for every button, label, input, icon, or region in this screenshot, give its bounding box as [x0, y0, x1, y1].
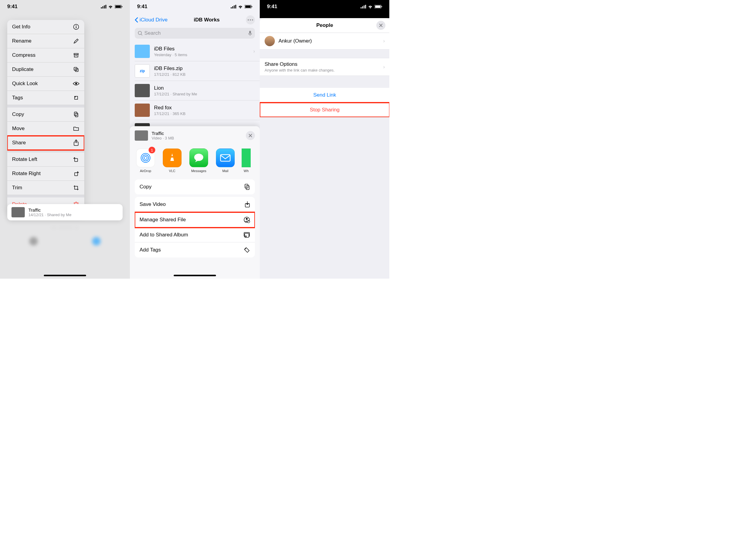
action-add-shared-album[interactable]: Add to Shared Album [135, 228, 255, 243]
mail-icon [216, 149, 235, 167]
action-label: Save Video [140, 201, 166, 208]
svg-rect-3 [105, 5, 106, 8]
back-button[interactable]: iCloud Drive [135, 17, 168, 23]
menu-copy[interactable]: Copy [7, 108, 84, 122]
app-airdrop[interactable]: 1 AirDrop [135, 149, 156, 173]
svg-point-39 [252, 19, 253, 21]
file-row-folder[interactable]: iDB FilesYesterday · 5 items › [135, 42, 260, 61]
app-whatsapp[interactable]: Wh [242, 149, 251, 173]
app-label: Wh [244, 169, 249, 173]
file-row[interactable]: Red fox17/12/21 · 365 KB [135, 101, 260, 120]
app-mail[interactable]: Mail [215, 149, 236, 173]
send-link-button[interactable]: Send Link [260, 88, 389, 103]
messages-icon [189, 149, 208, 167]
action-copy[interactable]: Copy [135, 179, 255, 195]
album-icon [244, 232, 250, 238]
menu-trim[interactable]: Trim [7, 181, 84, 195]
people-icon [244, 217, 250, 223]
file-thumbnail [11, 207, 25, 217]
svg-rect-30 [231, 7, 232, 8]
svg-rect-24 [75, 173, 78, 176]
menu-quick-look[interactable]: Quick Look [7, 77, 84, 91]
menu-rename[interactable]: Rename [7, 34, 84, 48]
action-manage-shared[interactable]: Manage Shared File [135, 212, 255, 228]
menu-label: Trim [12, 185, 22, 191]
cellular-icon [231, 5, 236, 8]
menu-tags[interactable]: Tags [7, 91, 84, 105]
sheet-subtitle: Video · 3 MB [152, 136, 174, 140]
menu-rotate-left[interactable]: Rotate Left [7, 153, 84, 167]
person-name: Ankur (Owner) [279, 38, 379, 44]
file-name: Traffic [28, 208, 71, 213]
app-label: Messages [191, 169, 206, 173]
svg-point-17 [75, 83, 77, 85]
badge: 1 [149, 147, 155, 153]
file-meta: 17/12/21 · 365 KB [154, 111, 186, 116]
menu-separator [7, 150, 84, 153]
action-group: Save Video Manage Shared File Add to Sha… [135, 197, 255, 258]
svg-rect-2 [104, 5, 105, 8]
svg-rect-32 [234, 5, 235, 8]
menu-get-info[interactable]: Get Info [7, 20, 84, 34]
stop-sharing-button[interactable]: Stop Sharing [260, 103, 389, 117]
app-messages[interactable]: Messages [189, 149, 209, 173]
menu-duplicate[interactable]: Duplicate [7, 63, 84, 77]
close-icon [379, 24, 383, 27]
svg-rect-5 [115, 5, 121, 8]
share-options-row[interactable]: Share Options Anyone with the link can m… [260, 58, 389, 76]
search-input[interactable]: Search [135, 28, 255, 39]
menu-label: Tags [12, 95, 23, 101]
svg-rect-6 [122, 6, 122, 7]
svg-point-51 [194, 154, 203, 161]
svg-rect-0 [101, 7, 102, 8]
action-save-video[interactable]: Save Video [135, 197, 255, 212]
zip-icon: zip [135, 64, 150, 78]
file-row[interactable]: Lion17/12/21 · Shared by Me [135, 81, 260, 101]
status-time: 9:41 [267, 4, 277, 10]
close-button[interactable] [246, 131, 255, 140]
svg-rect-20 [75, 113, 78, 117]
status-icons [361, 5, 382, 8]
avatar [265, 36, 275, 46]
file-preview-card[interactable]: Traffic 14/12/21 · Shared by Me [7, 204, 123, 221]
home-indicator[interactable] [174, 275, 216, 276]
svg-rect-67 [362, 6, 363, 8]
status-bar: 9:41 [0, 0, 130, 13]
menu-label: Rename [12, 38, 31, 44]
rotate-right-icon [73, 170, 79, 177]
menu-rotate-right[interactable]: Rotate Right [7, 167, 84, 181]
svg-rect-36 [252, 6, 252, 7]
sheet-title: People [316, 22, 333, 28]
menu-compress[interactable]: Compress [7, 48, 84, 63]
action-label: Manage Shared File [140, 217, 186, 223]
mic-icon[interactable] [248, 31, 252, 36]
svg-rect-54 [245, 184, 248, 188]
home-indicator[interactable] [44, 275, 86, 276]
file-row-zip[interactable]: zip iDB Files.zip17/12/21 · 812 KB [135, 61, 260, 81]
app-vlc[interactable]: VLC [162, 149, 183, 173]
nav-title: iDB Works [194, 17, 220, 23]
whatsapp-icon [242, 149, 251, 167]
download-icon [245, 201, 250, 208]
close-icon [249, 134, 252, 137]
svg-rect-9 [76, 27, 76, 28]
section-gap [260, 50, 389, 58]
svg-point-46 [144, 156, 147, 159]
file-name: iDB Files [154, 46, 187, 52]
close-button[interactable] [377, 21, 385, 30]
menu-share[interactable]: Share [7, 136, 84, 150]
action-add-tags[interactable]: Add Tags [135, 243, 255, 258]
image-thumbnail [135, 104, 150, 117]
action-label: Add to Shared Album [140, 232, 188, 238]
menu-move[interactable]: Move [7, 122, 84, 136]
file-name: Red fox [154, 105, 186, 111]
chevron-right-icon: › [254, 49, 255, 54]
share-icon [73, 140, 79, 146]
person-row[interactable]: Ankur (Owner) › [260, 33, 389, 50]
search-icon [138, 31, 143, 36]
status-time: 9:41 [7, 4, 18, 10]
menu-label: Quick Look [12, 81, 38, 87]
vlc-icon [163, 149, 182, 167]
more-button[interactable] [246, 15, 255, 24]
svg-rect-23 [75, 159, 78, 162]
